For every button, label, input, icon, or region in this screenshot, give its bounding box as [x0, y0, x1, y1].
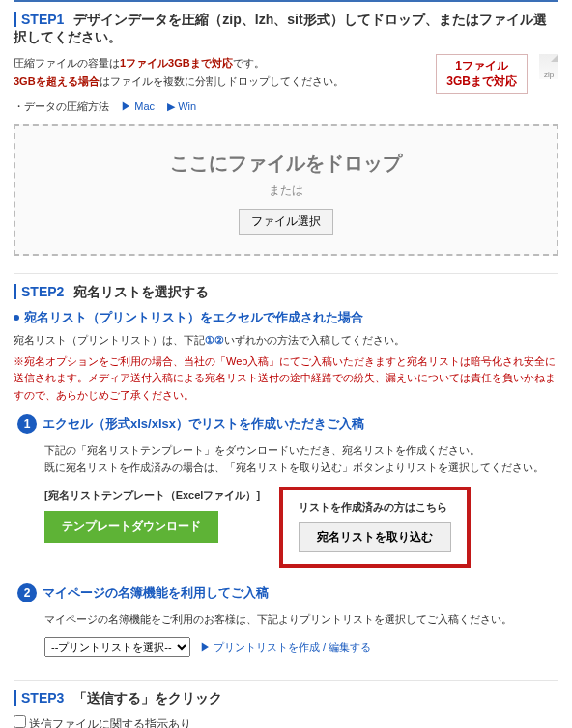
link-win[interactable]: ▶ Win — [167, 100, 196, 112]
edit-print-list-link[interactable]: ▶ プリントリストを作成 / 編集する — [200, 638, 371, 657]
drop-zone-title: ここにファイルをドロップ — [25, 151, 547, 177]
method1-number-icon: 1 — [17, 414, 37, 434]
intro-suffix-2: はファイルを複数に分割しドロップしてください。 — [100, 75, 344, 87]
import-label: リストを作成済みの方はこちら — [299, 498, 451, 517]
step2-title: 宛名リストを選択する — [73, 284, 209, 299]
method1-body-2: 既に宛名リストを作成済みの場合は、「宛名リストを取り込む」ボタンよりリストを選択… — [44, 459, 555, 477]
step2-desc: 宛名リスト（プリントリスト）は、下記①②いずれかの方法で入稿してください。 — [14, 332, 558, 350]
method1-title: エクセル（形式xls/xlsx）でリストを作成いただきご入稿 — [43, 415, 364, 433]
step2-warning: ※宛名オプションをご利用の場合、当社の「Web入稿」にてご入稿いただきますと宛名… — [14, 353, 558, 405]
badge-line1: 1ファイル — [446, 59, 517, 74]
size-badge: 1ファイル 3GBまで対応 — [436, 54, 528, 94]
desc-prefix: 宛名リスト（プリントリスト）は、下記 — [14, 334, 205, 346]
import-list-button[interactable]: 宛名リストを取り込む — [299, 522, 451, 552]
badge-line2: 3GBまで対応 — [446, 74, 517, 90]
intro-prefix: 圧縮ファイルの容量は — [14, 57, 120, 69]
step2-subhead: 宛名リスト（プリントリスト）をエクセルで作成された場合 — [14, 309, 558, 326]
template-label: [宛名リストテンプレート（Excelファイル）] — [44, 487, 260, 505]
link-mac[interactable]: ▶ Mac — [121, 100, 155, 112]
desc-suffix: いずれかの方法で入稿してください。 — [224, 334, 405, 346]
step3-title: 「送信する」をクリック — [73, 690, 222, 706]
method2-number-icon: 2 — [17, 583, 37, 602]
num-2: ② — [214, 334, 224, 346]
step2-label: STEP2 — [14, 284, 64, 299]
file-drop-zone[interactable]: ここにファイルをドロップ または ファイル選択 — [14, 124, 558, 256]
step2-heading: STEP2宛名リストを選択する — [14, 284, 558, 301]
bullet-icon — [14, 315, 19, 321]
cb-send-instructions[interactable] — [14, 715, 26, 728]
compress-links: ・データの圧縮方法 ▶ Mac ▶ Win — [14, 99, 558, 114]
num-1: ① — [205, 334, 214, 346]
step1-heading: STEP1デザインデータを圧縮（zip、lzh、sit形式）してドロップ、または… — [14, 12, 558, 46]
import-highlight-box: リストを作成済みの方はこちら 宛名リストを取り込む — [279, 487, 471, 568]
print-list-select[interactable]: --プリントリストを選択-- — [44, 637, 190, 657]
drop-zone-or: または — [25, 182, 547, 199]
method2-title: マイページの名簿機能を利用してご入稿 — [43, 584, 269, 602]
method1-body-1: 下記の「宛名リストテンプレート」をダウンロードいただき、宛名リストを作成ください… — [44, 441, 555, 460]
step1-label: STEP1 — [14, 12, 64, 27]
file-select-button[interactable]: ファイル選択 — [239, 209, 333, 235]
cb1-label[interactable]: 送信ファイルに関する指示あり — [14, 717, 191, 728]
step3-label: STEP3 — [14, 690, 64, 706]
cb1-text: 送信ファイルに関する指示あり — [29, 717, 191, 728]
zip-ext-label: zip — [544, 70, 554, 79]
zip-file-icon: zip — [539, 54, 558, 79]
method2-body: マイページの名簿機能をご利用のお客様は、下記よりプリントリストを選択してご入稿く… — [44, 610, 555, 629]
intro-strong-2: 3GBを超える場合 — [14, 75, 100, 87]
compress-label: ・データの圧縮方法 — [14, 100, 109, 112]
step2-subhead-text: 宛名リスト（プリントリスト）をエクセルで作成された場合 — [24, 310, 363, 324]
intro-suffix-1: です。 — [233, 57, 265, 69]
step1-intro: 圧縮ファイルの容量は1ファイル3GBまで対応です。 3GBを超える場合はファイル… — [14, 54, 424, 90]
step1-title: デザインデータを圧縮（zip、lzh、sit形式）してドロップ、またはファイル選… — [14, 12, 547, 44]
template-download-button[interactable]: テンプレートダウンロード — [44, 511, 218, 543]
intro-strong-1: 1ファイル3GBまで対応 — [120, 57, 233, 69]
step3-heading: STEP3「送信する」をクリック — [14, 690, 558, 708]
